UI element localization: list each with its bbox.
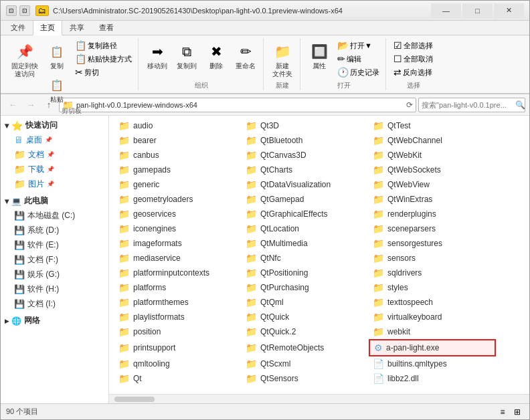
tab-view[interactable]: 查看 (92, 20, 121, 35)
file-item[interactable]: 📁generic (114, 177, 242, 192)
file-item[interactable]: 📁QtQuick (242, 310, 369, 324)
file-item[interactable]: 📁QtScxml (242, 356, 369, 371)
minimize-button[interactable]: — (431, 3, 461, 18)
file-item[interactable]: 📁QtBluetooth (242, 133, 369, 148)
scrollbar-thumb[interactable] (114, 397, 155, 402)
file-item[interactable]: 📄libbz2.dll (369, 371, 496, 386)
file-item[interactable]: 📁sensors (369, 251, 496, 266)
tab-home[interactable]: 主页 (33, 20, 62, 35)
properties-button[interactable]: 🔲 属性 (306, 39, 333, 72)
file-item[interactable]: 📁QtQml (242, 295, 369, 310)
file-item[interactable]: 📁QtPurchasing (242, 280, 369, 295)
rename-button[interactable]: ✏ 重命名 (232, 39, 259, 72)
sidebar-item-f[interactable]: 💾 文档 (F:) (1, 252, 108, 267)
file-item[interactable]: 📁QtLocation (242, 221, 369, 236)
file-item[interactable]: 📁QtPositioning (242, 266, 369, 280)
file-item[interactable]: 📁QtDataVisualization (242, 177, 369, 192)
file-item[interactable]: 📁geoservices (114, 207, 242, 221)
file-item[interactable]: 📁mediaservice (114, 251, 242, 266)
file-item[interactable]: 📁imageformats (114, 236, 242, 251)
file-item[interactable]: 📁webkit (369, 324, 496, 339)
file-item[interactable]: 📁position (114, 324, 242, 339)
pin-to-quick-access-button[interactable]: 📌 固定到快速访问 (9, 39, 41, 80)
file-item[interactable]: 📁virtualkeyboard (369, 310, 496, 324)
file-item[interactable]: 📁gamepads (114, 163, 242, 177)
sidebar-item-documents[interactable]: 📁 文档 📌 (1, 147, 108, 162)
file-item[interactable]: 📁sceneparsers (369, 221, 496, 236)
file-item[interactable]: 📁QtSensors (242, 371, 369, 386)
file-item[interactable]: 📁platformthemes (114, 295, 242, 310)
file-item[interactable]: 📁QtRemoteObjects (242, 339, 369, 356)
sidebar-item-e[interactable]: 💾 软件 (E:) (1, 237, 108, 252)
icon-view-button[interactable]: ⊞ (511, 406, 524, 418)
file-item[interactable]: 📁QtGraphicalEffects (242, 207, 369, 221)
file-item[interactable]: 📁QtGamepad (242, 192, 369, 207)
paste-shortcut-button[interactable]: 📋 粘贴快捷方式 (73, 53, 134, 65)
copy-path-button[interactable]: 📋 复制路径 (73, 39, 134, 51)
file-item[interactable]: 📁sensorgestures (369, 236, 496, 251)
tab-share[interactable]: 共享 (62, 20, 92, 35)
invert-selection-button[interactable]: ⇄ 反向选择 (391, 66, 435, 78)
open-button[interactable]: 📂 打开▼ (335, 39, 381, 51)
file-item[interactable]: 📁QtWebView (369, 177, 496, 192)
file-item[interactable]: 📁canbus (114, 148, 242, 163)
search-input[interactable] (422, 101, 514, 109)
file-item[interactable]: 📁printsupport (114, 339, 242, 356)
file-item[interactable]: 📁QtWebChannel (369, 133, 496, 148)
file-item[interactable]: 📁QtWebKit (369, 148, 496, 163)
tab-file[interactable]: 文件 (3, 20, 33, 35)
copy-to-button[interactable]: ⧉ 复制到 (173, 39, 200, 72)
file-item[interactable]: 📁Qt3D (242, 118, 369, 133)
quick-access-header[interactable]: ▾ ⭐ 快速访问 (1, 118, 108, 132)
sidebar-item-i[interactable]: 💾 文档 (I:) (1, 296, 108, 311)
cut-button[interactable]: ✂ 剪切 (73, 66, 134, 78)
file-item[interactable]: 📁QtCharts (242, 163, 369, 177)
file-item[interactable]: 📁sqldrivers (369, 266, 496, 280)
edit-button[interactable]: ✏ 编辑 (335, 53, 381, 65)
deselect-all-button[interactable]: ☐ 全部取消 (391, 53, 435, 65)
address-refresh-icon[interactable]: ⟳ (406, 100, 413, 110)
file-item[interactable]: 📁QtCanvas3D (242, 148, 369, 163)
file-item[interactable]: ⚙a-pan-light.exe (369, 339, 496, 356)
new-folder-button[interactable]: 📁 新建文件夹 (269, 39, 296, 80)
file-item[interactable]: 📁texttospeech (369, 295, 496, 310)
file-item[interactable]: 📁platforminputcontexts (114, 266, 242, 280)
file-item[interactable]: 📁playlistformats (114, 310, 242, 324)
horizontal-scrollbar[interactable] (109, 394, 529, 403)
file-item[interactable]: 📁qmltooling (114, 356, 242, 371)
file-item[interactable]: 📁geometryloaders (114, 192, 242, 207)
file-item[interactable]: 📁QtQuick.2 (242, 324, 369, 339)
file-item[interactable]: 📁QtWebSockets (369, 163, 496, 177)
sidebar-item-c[interactable]: 💾 本地磁盘 (C:) (1, 208, 108, 223)
select-all-button[interactable]: ☑ 全部选择 (391, 39, 435, 51)
copy-button[interactable]: 📋 复制 (43, 39, 70, 72)
sidebar-item-g[interactable]: 💾 娱乐 (G:) (1, 267, 108, 282)
file-item[interactable]: 📁platforms (114, 280, 242, 295)
sidebar-item-downloads[interactable]: 📁 下载 📌 (1, 162, 108, 177)
network-header[interactable]: ▸ 🌐 网络 (1, 314, 108, 328)
file-item[interactable]: 📁QtMultimedia (242, 236, 369, 251)
sidebar-item-desktop[interactable]: 🖥 桌面 📌 (1, 132, 108, 147)
close-button[interactable]: ✕ (494, 3, 524, 18)
file-item[interactable]: 📁QtNfc (242, 251, 369, 266)
detail-view-button[interactable]: ≡ (496, 406, 509, 418)
sidebar-item-h[interactable]: 💾 软件 (H:) (1, 282, 108, 296)
file-item[interactable]: 📁styles (369, 280, 496, 295)
search-bar[interactable]: 🔍 (418, 98, 525, 112)
move-to-button[interactable]: ➡ 移动到 (144, 39, 171, 72)
file-item[interactable]: 📁bearer (114, 133, 242, 148)
file-item[interactable]: 📁QtTest (369, 118, 496, 133)
file-item[interactable]: 📁Qt (114, 371, 242, 386)
delete-button[interactable]: ✖ 删除 (203, 39, 230, 72)
paste-button[interactable]: 📋 粘贴 (43, 73, 70, 105)
sidebar-item-d[interactable]: 💾 系统 (D:) (1, 223, 108, 237)
file-item[interactable]: 📁renderplugins (369, 207, 496, 221)
file-item[interactable]: 📁iconengines (114, 221, 242, 236)
maximize-button[interactable]: □ (462, 3, 493, 18)
file-item[interactable]: 📁audio (114, 118, 242, 133)
history-button[interactable]: 🕐 历史记录 (335, 66, 381, 78)
this-pc-header[interactable]: ▾ 💻 此电脑 (1, 194, 108, 208)
file-item[interactable]: 📁QtWinExtras (369, 192, 496, 207)
file-item[interactable]: 📄builtins.qmltypes (369, 356, 496, 371)
sidebar-item-pictures[interactable]: 📁 图片 📌 (1, 177, 108, 191)
